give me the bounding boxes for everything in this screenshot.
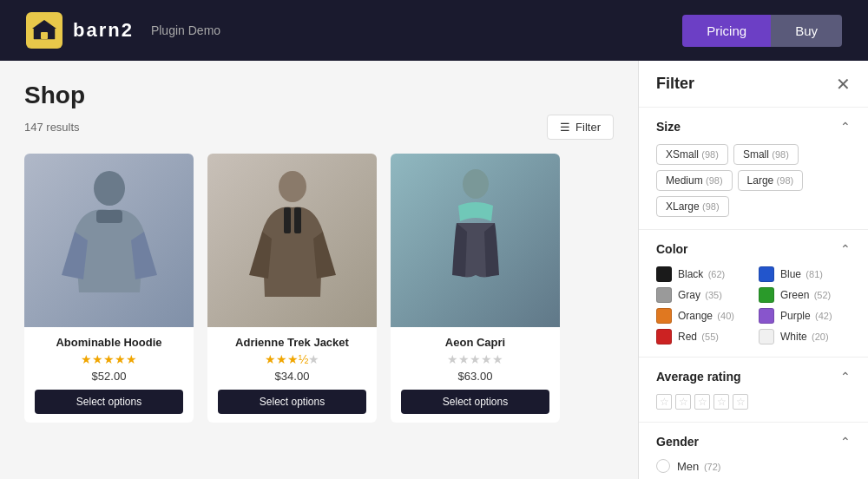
size-section-header[interactable]: Size ⌃ bbox=[656, 120, 851, 134]
gender-section-header[interactable]: Gender ⌃ bbox=[656, 435, 851, 449]
size-tag-medium[interactable]: Medium (98) bbox=[656, 170, 733, 191]
product-name: Adrienne Trek Jacket bbox=[218, 336, 366, 349]
rating-chevron-icon: ⌃ bbox=[840, 370, 851, 384]
product-name: Aeon Capri bbox=[401, 336, 549, 349]
gender-chevron-icon: ⌃ bbox=[840, 435, 851, 449]
capri-figure bbox=[424, 162, 528, 318]
rating-section-title: Average rating bbox=[656, 370, 741, 384]
color-section-header[interactable]: Color ⌃ bbox=[656, 242, 851, 256]
black-swatch bbox=[656, 266, 672, 282]
rating-star-1[interactable]: ☆ bbox=[656, 394, 672, 410]
product-stars: ★★★★★ bbox=[401, 352, 549, 366]
shop-content: Shop 147 results ☰ Filter bbox=[0, 61, 638, 479]
color-name-gray: Gray (35) bbox=[678, 289, 722, 301]
svg-point-6 bbox=[463, 169, 489, 199]
filter-section-color: Color ⌃ Black (62) Blue (81) Gray (35) bbox=[639, 230, 868, 358]
rating-stars: ☆ ☆ ☆ ☆ ☆ bbox=[656, 394, 851, 410]
size-tag-small[interactable]: Small (98) bbox=[733, 144, 799, 165]
product-price: $52.00 bbox=[35, 370, 183, 383]
gender-options: Men (72) Women (75) bbox=[656, 459, 851, 479]
select-options-button[interactable]: Select options bbox=[218, 390, 366, 414]
color-name-blue: Blue (81) bbox=[780, 268, 823, 280]
men-radio bbox=[656, 459, 670, 473]
nav-buttons: Pricing Buy bbox=[682, 15, 842, 47]
gender-option-men[interactable]: Men (72) bbox=[656, 459, 851, 473]
rating-section-header[interactable]: Average rating ⌃ bbox=[656, 370, 851, 384]
color-name-green: Green (52) bbox=[780, 289, 831, 301]
color-item-orange[interactable]: Orange (40) bbox=[656, 308, 748, 324]
results-count: 147 results bbox=[24, 121, 80, 134]
color-name-purple: Purple (42) bbox=[780, 310, 832, 322]
results-bar: 147 results ☰ Filter bbox=[24, 115, 614, 140]
jacket-figure bbox=[240, 162, 345, 318]
color-name-orange: Orange (40) bbox=[678, 310, 734, 322]
color-item-white[interactable]: White (20) bbox=[759, 329, 851, 344]
product-stars: ★★★★★ bbox=[35, 352, 183, 366]
filter-close-button[interactable]: ✕ bbox=[836, 75, 851, 93]
size-tag-xlarge[interactable]: XLarge (98) bbox=[656, 196, 729, 217]
rating-star-4[interactable]: ☆ bbox=[713, 394, 729, 410]
product-name: Abominable Hoodie bbox=[35, 336, 183, 349]
size-tags: XSmall (98) Small (98) Medium (98) Large… bbox=[656, 144, 851, 217]
plugin-demo-label: Plugin Demo bbox=[151, 23, 220, 37]
product-card: Aeon Capri ★★★★★ $63.00 Select options bbox=[391, 154, 560, 423]
page-title: Shop bbox=[24, 82, 614, 109]
gender-section-title: Gender bbox=[656, 435, 699, 449]
size-tag-xsmall[interactable]: XSmall (98) bbox=[656, 144, 728, 165]
rating-star-2[interactable]: ☆ bbox=[675, 394, 691, 410]
svg-point-3 bbox=[279, 171, 306, 202]
color-item-blue[interactable]: Blue (81) bbox=[759, 266, 851, 282]
products-grid: Abominable Hoodie ★★★★★ $52.00 Select op… bbox=[24, 154, 614, 423]
rating-star-5[interactable]: ☆ bbox=[733, 394, 748, 410]
color-item-black[interactable]: Black (62) bbox=[656, 266, 748, 282]
hoodie-figure bbox=[57, 162, 161, 318]
filter-title: Filter bbox=[656, 75, 694, 93]
color-grid: Black (62) Blue (81) Gray (35) Green (52… bbox=[656, 266, 851, 344]
size-section-title: Size bbox=[656, 120, 681, 134]
logo-area: barn2 Plugin Demo bbox=[26, 12, 665, 49]
product-image-jacket bbox=[207, 154, 377, 327]
svg-rect-0 bbox=[41, 32, 48, 39]
color-item-green[interactable]: Green (52) bbox=[759, 287, 851, 303]
svg-point-1 bbox=[94, 171, 125, 206]
product-info: Adrienne Trek Jacket ★★★½★ $34.00 Select… bbox=[207, 327, 377, 423]
buy-button[interactable]: Buy bbox=[771, 15, 842, 47]
gray-swatch bbox=[656, 287, 672, 303]
white-swatch bbox=[759, 329, 774, 344]
size-chevron-icon: ⌃ bbox=[840, 120, 851, 134]
product-price: $63.00 bbox=[401, 370, 549, 383]
product-info: Abominable Hoodie ★★★★★ $52.00 Select op… bbox=[24, 327, 194, 423]
filter-section-rating: Average rating ⌃ ☆ ☆ ☆ ☆ ☆ bbox=[639, 358, 868, 423]
logo-box bbox=[26, 12, 62, 49]
product-stars: ★★★½★ bbox=[218, 352, 366, 366]
rating-star-3[interactable]: ☆ bbox=[694, 394, 710, 410]
top-nav: barn2 Plugin Demo Pricing Buy bbox=[0, 0, 868, 61]
filter-toggle-button[interactable]: ☰ Filter bbox=[547, 115, 614, 140]
color-item-purple[interactable]: Purple (42) bbox=[759, 308, 851, 324]
filter-panel: Filter ✕ Size ⌃ XSmall (98) Small (98) M… bbox=[638, 61, 868, 479]
men-label: Men (72) bbox=[677, 460, 720, 473]
select-options-button[interactable]: Select options bbox=[401, 390, 549, 414]
color-name-black: Black (62) bbox=[678, 268, 725, 280]
svg-rect-2 bbox=[96, 210, 122, 223]
product-card: Adrienne Trek Jacket ★★★½★ $34.00 Select… bbox=[207, 154, 377, 423]
select-options-button[interactable]: Select options bbox=[35, 390, 183, 414]
size-tag-large[interactable]: Large (98) bbox=[738, 170, 804, 191]
color-item-gray[interactable]: Gray (35) bbox=[656, 287, 748, 303]
pricing-button[interactable]: Pricing bbox=[682, 15, 771, 47]
product-image-capri bbox=[391, 154, 560, 327]
color-item-red[interactable]: Red (55) bbox=[656, 329, 748, 344]
filter-section-gender: Gender ⌃ Men (72) Women (75) bbox=[639, 423, 868, 479]
filter-label: Filter bbox=[575, 121, 601, 134]
color-name-red: Red (55) bbox=[678, 331, 719, 343]
shop-area: Shop 147 results ☰ Filter bbox=[0, 61, 868, 479]
svg-rect-4 bbox=[284, 207, 291, 233]
product-info: Aeon Capri ★★★★★ $63.00 Select options bbox=[391, 327, 560, 423]
filter-header: Filter ✕ bbox=[639, 61, 868, 108]
logo-text: barn2 bbox=[73, 19, 134, 42]
purple-swatch bbox=[759, 308, 774, 324]
red-swatch bbox=[656, 329, 672, 344]
filter-icon: ☰ bbox=[560, 121, 570, 134]
color-section-title: Color bbox=[656, 242, 688, 256]
color-chevron-icon: ⌃ bbox=[840, 242, 851, 256]
